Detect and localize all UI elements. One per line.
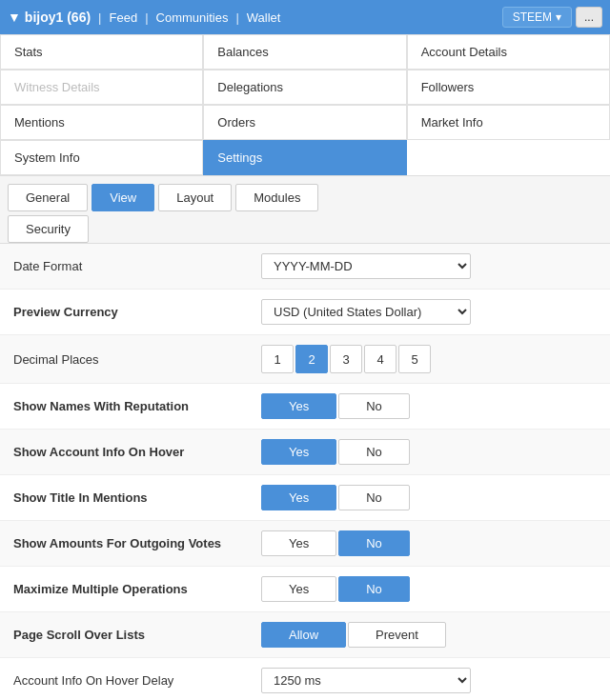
maximize-multiple-operations-label: Maximize Multiple Operations	[13, 582, 261, 596]
account-info-hover-delay-label: Account Info On Hover Delay	[13, 673, 261, 688]
tab-balances[interactable]: Balances	[203, 34, 406, 70]
tab-delegations[interactable]: Delegations	[203, 70, 406, 105]
more-button[interactable]: ...	[576, 7, 602, 28]
tab-orders[interactable]: Orders	[203, 105, 406, 140]
sub-navigation: General View Layout Modules Security	[0, 176, 610, 244]
tab-account-details[interactable]: Account Details	[407, 34, 610, 70]
feed-link[interactable]: Feed	[106, 10, 142, 25]
show-amounts-outgoing-votes-no[interactable]: No	[338, 530, 410, 556]
sub-tab-security[interactable]: Security	[8, 215, 89, 243]
settings-content: Date Format YYYY-MM-DD MM/DD/YYYY DD/MM/…	[0, 244, 610, 700]
show-title-mentions-buttons: Yes No	[261, 485, 410, 510]
sub-tab-view[interactable]: View	[92, 184, 154, 211]
maximize-multiple-operations-row: Maximize Multiple Operations Yes No	[0, 567, 610, 612]
decimal-buttons: 1 2 3 4 5	[261, 345, 431, 373]
show-account-info-hover-buttons: Yes No	[261, 439, 410, 465]
show-names-reputation-yes[interactable]: Yes	[261, 393, 336, 419]
decimal-places-row: Decimal Places 1 2 3 4 5	[0, 335, 610, 384]
show-amounts-outgoing-votes-row: Show Amounts For Outgoing Votes Yes No	[0, 521, 610, 567]
sub-tab-layout[interactable]: Layout	[158, 184, 232, 211]
top-navigation: ▼ bijoy1 (66) | Feed | Communities | Wal…	[0, 0, 610, 34]
date-format-control: YYYY-MM-DD MM/DD/YYYY DD/MM/YYYY	[261, 253, 597, 279]
decimal-5-button[interactable]: 5	[398, 345, 431, 373]
tab-witness-details: Witness Details	[0, 70, 203, 105]
account-info-hover-delay-select[interactable]: 1250 ms 500 ms 2000 ms	[261, 668, 471, 693]
maximize-multiple-operations-yes[interactable]: Yes	[261, 576, 336, 602]
date-format-row: Date Format YYYY-MM-DD MM/DD/YYYY DD/MM/…	[0, 244, 610, 290]
tab-system-info[interactable]: System Info	[0, 140, 203, 175]
brand-logo: ▼ bijoy1 (66)	[8, 10, 91, 25]
show-amounts-outgoing-votes-yes[interactable]: Yes	[261, 530, 336, 556]
communities-link[interactable]: Communities	[152, 10, 233, 25]
page-scroll-prevent-button[interactable]: Prevent	[348, 622, 446, 648]
nav-right-side: STEEM ▾ ...	[502, 7, 602, 28]
preview-currency-label: Preview Currency	[13, 305, 261, 319]
show-account-info-hover-yes[interactable]: Yes	[261, 439, 336, 465]
steem-dropdown-icon: ▾	[556, 10, 561, 24]
sub-tab-general[interactable]: General	[8, 184, 88, 211]
separator-1: |	[98, 10, 101, 25]
decimal-3-button[interactable]: 3	[330, 345, 362, 373]
show-title-mentions-yes[interactable]: Yes	[261, 485, 336, 510]
sub-nav-row-1: General View Layout Modules	[8, 184, 318, 211]
show-title-mentions-no[interactable]: No	[338, 485, 410, 510]
sub-nav-row-2: Security	[8, 215, 318, 243]
date-format-select[interactable]: YYYY-MM-DD MM/DD/YYYY DD/MM/YYYY	[261, 253, 471, 279]
steem-button[interactable]: STEEM ▾	[502, 7, 572, 28]
decimal-2-button[interactable]: 2	[295, 345, 328, 373]
decimal-places-control: 1 2 3 4 5	[261, 345, 597, 373]
show-amounts-outgoing-votes-label: Show Amounts For Outgoing Votes	[13, 536, 261, 550]
nav-links: | Feed | Communities | Wallet	[98, 10, 284, 25]
maximize-multiple-operations-no[interactable]: No	[338, 576, 410, 602]
decimal-4-button[interactable]: 4	[364, 345, 396, 373]
show-title-mentions-row: Show Title In Mentions Yes No	[0, 475, 610, 521]
tab-grid: Stats Balances Account Details Witness D…	[0, 34, 610, 176]
preview-currency-row: Preview Currency USD (United States Doll…	[0, 290, 610, 335]
tab-stats[interactable]: Stats	[0, 34, 203, 70]
date-format-label: Date Format	[13, 259, 261, 273]
preview-currency-select[interactable]: USD (United States Dollar) EUR (Euro) GB…	[261, 299, 471, 325]
show-names-reputation-row: Show Names With Reputation Yes No	[0, 384, 610, 430]
sub-nav-group: General View Layout Modules Security	[8, 184, 318, 243]
page-scroll-lists-row: Page Scroll Over Lists Allow Prevent	[0, 612, 610, 658]
page-scroll-allow-button[interactable]: Allow	[261, 622, 346, 648]
account-info-hover-delay-control: 1250 ms 500 ms 2000 ms	[261, 668, 597, 693]
tab-market-info[interactable]: Market Info	[407, 105, 610, 140]
page-scroll-lists-buttons: Allow Prevent	[261, 622, 446, 648]
page-scroll-lists-control: Allow Prevent	[261, 622, 597, 648]
page-scroll-lists-label: Page Scroll Over Lists	[13, 628, 261, 642]
show-names-reputation-no[interactable]: No	[338, 393, 410, 419]
separator-3: |	[235, 10, 238, 25]
show-names-reputation-label: Show Names With Reputation	[13, 399, 261, 413]
preview-currency-control: USD (United States Dollar) EUR (Euro) GB…	[261, 299, 597, 325]
show-names-reputation-buttons: Yes No	[261, 393, 410, 419]
separator-2: |	[145, 10, 148, 25]
tab-mentions[interactable]: Mentions	[0, 105, 203, 140]
show-title-mentions-label: Show Title In Mentions	[13, 490, 261, 505]
tab-settings[interactable]: Settings	[203, 140, 406, 175]
show-names-reputation-control: Yes No	[261, 393, 597, 419]
wallet-link[interactable]: Wallet	[243, 10, 285, 25]
show-account-info-hover-no[interactable]: No	[338, 439, 410, 465]
maximize-multiple-operations-control: Yes No	[261, 576, 597, 602]
brand-name: bijoy1 (66)	[25, 10, 91, 25]
show-account-info-hover-control: Yes No	[261, 439, 597, 465]
steem-label: STEEM	[513, 10, 552, 24]
show-account-info-hover-label: Show Account Info On Hover	[13, 445, 261, 459]
show-title-mentions-control: Yes No	[261, 485, 597, 510]
dropdown-arrow-icon: ▼	[8, 10, 21, 25]
show-account-info-hover-row: Show Account Info On Hover Yes No	[0, 430, 610, 475]
decimal-1-button[interactable]: 1	[261, 345, 294, 373]
account-info-hover-delay-row: Account Info On Hover Delay 1250 ms 500 …	[0, 658, 610, 700]
show-amounts-outgoing-votes-control: Yes No	[261, 530, 597, 556]
maximize-multiple-operations-buttons: Yes No	[261, 576, 410, 602]
show-amounts-outgoing-votes-buttons: Yes No	[261, 530, 410, 556]
sub-tab-modules[interactable]: Modules	[235, 184, 318, 211]
decimal-places-label: Decimal Places	[13, 352, 261, 367]
tab-followers[interactable]: Followers	[407, 70, 610, 105]
